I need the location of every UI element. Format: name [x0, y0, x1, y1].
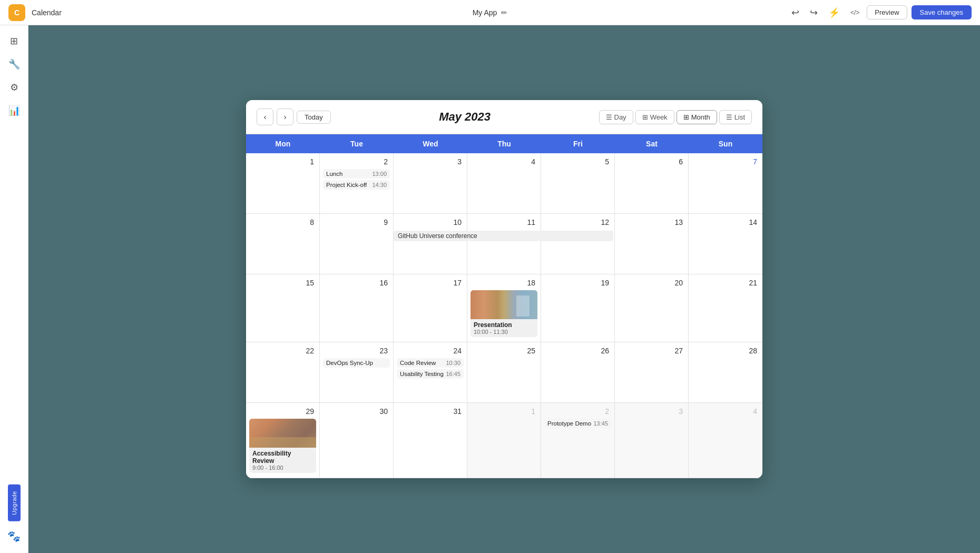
cell-may-10[interactable]: 10 GitHub Universe conference — [394, 214, 467, 274]
cell-may-22[interactable]: 22 — [246, 342, 320, 403]
cell-may-14[interactable]: 14 — [689, 214, 762, 274]
date-jun-1: 1 — [471, 406, 537, 417]
cell-may-2[interactable]: 2 Lunch 13:00 Project Kick-off 14:30 — [320, 153, 394, 214]
view-day-button[interactable]: ☰ Day — [599, 110, 633, 124]
header-tue: Tue — [320, 134, 394, 153]
date-15: 15 — [249, 278, 316, 288]
week-view-icon: ⊞ — [642, 113, 648, 121]
date-18: 18 — [471, 278, 537, 288]
event-devops-syncup[interactable]: DevOps Sync-Up — [323, 358, 390, 368]
cell-jun-4[interactable]: 4 — [689, 403, 762, 478]
calendar-day-headers: Mon Tue Wed Thu Fri Sat Sun — [246, 134, 762, 153]
sidebar-item-settings[interactable]: ⚙ — [5, 78, 24, 97]
prev-month-button[interactable]: ‹ — [257, 108, 273, 125]
date-28: 28 — [692, 345, 759, 356]
month-view-icon: ⊞ — [683, 113, 689, 121]
main-layout: ⊞ 🔧 ⚙ 📊 Upgrade 🐾 ‹ › Today May 202 — [0, 25, 980, 553]
date-17: 17 — [397, 278, 464, 288]
cell-may-31[interactable]: 31 — [394, 403, 467, 478]
calendar-view-buttons: ☰ Day ⊞ Week ⊞ Month ☰ List — [599, 110, 752, 124]
today-button[interactable]: Today — [297, 111, 331, 124]
calendar-title: May 2023 — [439, 110, 491, 124]
app-title: My App — [473, 8, 497, 17]
save-button[interactable]: Save changes — [912, 5, 972, 19]
accessibility-review-time: 9:00 - 16:00 — [252, 465, 313, 471]
calendar-header: ‹ › Today May 2023 ☰ Day ⊞ Week ⊞ — [246, 100, 762, 134]
date-25: 25 — [471, 345, 537, 356]
date-11: 11 — [471, 217, 537, 228]
view-list-button[interactable]: ☰ List — [719, 110, 752, 124]
event-code-review[interactable]: Code Review 10:30 — [397, 358, 464, 368]
date-14: 14 — [692, 217, 759, 228]
date-1: 1 — [249, 156, 316, 167]
undo-button[interactable]: ↩ — [788, 5, 802, 21]
day-view-icon: ☰ — [606, 113, 612, 121]
date-16: 16 — [323, 278, 390, 288]
cell-may-5[interactable]: 5 — [541, 153, 615, 214]
cell-may-26[interactable]: 26 — [541, 342, 615, 403]
calendar-container: ‹ › Today May 2023 ☰ Day ⊞ Week ⊞ — [246, 100, 762, 478]
event-prototype-demo[interactable]: Prototype Demo 13:45 — [544, 419, 611, 428]
cell-may-23[interactable]: 23 DevOps Sync-Up — [320, 342, 394, 403]
upgrade-button[interactable]: Upgrade — [8, 485, 21, 521]
date-8: 8 — [249, 217, 316, 228]
calendar-nav: ‹ › Today — [257, 108, 331, 125]
date-19: 19 — [544, 278, 611, 288]
preview-button[interactable]: Preview — [867, 5, 907, 19]
cell-may-24[interactable]: 24 Code Review 10:30 Usability Testing 1… — [394, 342, 467, 403]
cell-may-11[interactable]: 11 — [467, 214, 541, 274]
calendar-grid: Mon Tue Wed Thu Fri Sat Sun 1 2 — [246, 134, 762, 478]
date-10: 10 — [397, 217, 464, 228]
cell-may-19[interactable]: 19 — [541, 274, 615, 342]
cell-may-25[interactable]: 25 — [467, 342, 541, 403]
cell-may-1[interactable]: 1 — [246, 153, 320, 214]
sidebar-item-analytics[interactable]: 📊 — [5, 101, 24, 120]
edit-icon[interactable]: ✏ — [501, 8, 507, 17]
cell-may-9[interactable]: 9 — [320, 214, 394, 274]
cell-may-27[interactable]: 27 — [615, 342, 689, 403]
cell-may-16[interactable]: 16 — [320, 274, 394, 342]
cell-may-15[interactable]: 15 — [246, 274, 320, 342]
bolt-button[interactable]: ⚡ — [825, 5, 843, 21]
cell-jun-2[interactable]: 2 Prototype Demo 13:45 — [541, 403, 615, 478]
next-month-button[interactable]: › — [277, 108, 293, 125]
cell-jun-1[interactable]: 1 — [467, 403, 541, 478]
date-13: 13 — [618, 217, 685, 228]
sidebar-item-dashboard[interactable]: ⊞ — [5, 32, 24, 51]
date-6: 6 — [618, 156, 685, 167]
event-presentation[interactable]: Presentation 10:00 - 11:30 — [471, 290, 537, 337]
cell-may-30[interactable]: 30 — [320, 403, 394, 478]
cell-may-28[interactable]: 28 — [689, 342, 762, 403]
code-button[interactable]: </> — [847, 7, 863, 18]
sidebar-item-tools[interactable]: 🔧 — [5, 55, 24, 74]
cell-may-3[interactable]: 3 — [394, 153, 467, 214]
header-sun: Sun — [689, 134, 762, 153]
cell-may-6[interactable]: 6 — [615, 153, 689, 214]
cell-may-8[interactable]: 8 — [246, 214, 320, 274]
date-22: 22 — [249, 345, 316, 356]
tools-icon: 🔧 — [8, 58, 20, 70]
cell-may-29[interactable]: 29 Accessibility Review 9:00 - 16:00 — [246, 403, 320, 478]
cell-jun-3[interactable]: 3 — [615, 403, 689, 478]
cell-may-4[interactable]: 4 — [467, 153, 541, 214]
cell-may-21[interactable]: 21 — [689, 274, 762, 342]
event-usability-testing[interactable]: Usability Testing 16:45 — [397, 369, 464, 379]
cell-may-12[interactable]: 12 — [541, 214, 615, 274]
view-week-button[interactable]: ⊞ Week — [635, 110, 674, 124]
app-name: Calendar — [32, 8, 62, 17]
header-fri: Fri — [541, 134, 615, 153]
event-lunch[interactable]: Lunch 13:00 — [323, 169, 390, 179]
cell-may-18[interactable]: 18 Presentation 10:00 - 11:30 — [467, 274, 541, 342]
date-30: 30 — [323, 406, 390, 417]
header-sat: Sat — [615, 134, 689, 153]
cell-may-17[interactable]: 17 — [394, 274, 467, 342]
cell-may-13[interactable]: 13 — [615, 214, 689, 274]
redo-button[interactable]: ↪ — [807, 5, 821, 21]
cell-may-20[interactable]: 20 — [615, 274, 689, 342]
dashboard-icon: ⊞ — [10, 35, 18, 47]
event-accessibility-review[interactable]: Accessibility Review 9:00 - 16:00 — [249, 419, 316, 473]
topbar-center: My App ✏ — [473, 8, 508, 17]
cell-may-7[interactable]: 7 — [689, 153, 762, 214]
view-month-button[interactable]: ⊞ Month — [677, 110, 717, 124]
event-project-kickoff[interactable]: Project Kick-off 14:30 — [323, 180, 390, 190]
